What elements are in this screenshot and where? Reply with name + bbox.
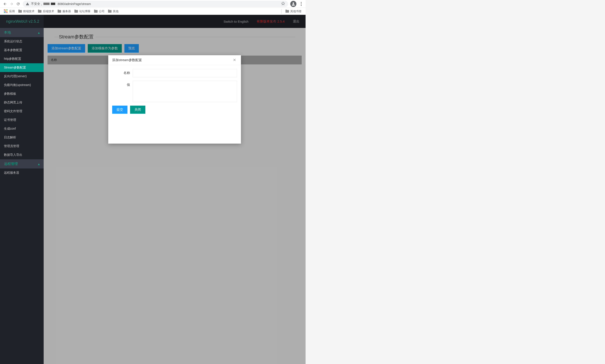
- folder-icon: [58, 10, 61, 13]
- forward-button[interactable]: [8, 1, 15, 7]
- label-name: 名称: [112, 69, 133, 77]
- sidebar-item-status[interactable]: 系统运行状态: [0, 37, 44, 46]
- chevron-up-icon: ▴: [38, 31, 40, 35]
- sidebar-item-stream[interactable]: Stream参数配置: [0, 63, 44, 72]
- other-bookmarks[interactable]: 其他书签: [285, 9, 302, 13]
- folder-icon: [18, 10, 22, 13]
- sidebar-item-server[interactable]: 反向代理(server): [0, 72, 44, 81]
- bookmark-folder[interactable]: 其他: [108, 9, 118, 13]
- folder-icon: [94, 10, 98, 13]
- modal-header: 添加stream参数配置 ✕: [108, 55, 241, 65]
- sidebar-group-remote[interactable]: 远程管理 ▴: [0, 159, 44, 169]
- bookmark-star-icon[interactable]: [281, 1, 285, 6]
- label-value: 值: [112, 81, 133, 102]
- bookmark-folder[interactable]: 论坛博客: [74, 9, 90, 13]
- bookmark-folder[interactable]: 前端技术: [18, 9, 35, 13]
- value-textarea[interactable]: [133, 81, 237, 102]
- url-suffix: 8080/adminPage/stream: [58, 2, 91, 6]
- modal-overlay[interactable]: 添加stream参数配置 ✕ 名称 值 提交 关闭: [44, 15, 306, 364]
- folder-icon: [38, 10, 41, 13]
- profile-avatar[interactable]: [290, 1, 296, 7]
- redacted-host: [43, 3, 50, 5]
- modal-title: 添加stream参数配置: [112, 58, 142, 62]
- folder-icon: [74, 10, 78, 13]
- apps-shortcut[interactable]: 应用: [4, 9, 15, 13]
- insecure-icon: [26, 2, 29, 6]
- sidebar-item-data[interactable]: 数据导入导出: [0, 151, 44, 159]
- bookmarks-bar: 应用 前端技术 后端技术 服务器 论坛博客 公司 其他 其他书签: [0, 8, 306, 15]
- redacted-host-2: [51, 3, 55, 5]
- sidebar-group-local[interactable]: 本地 ▴: [0, 28, 44, 37]
- apps-label: 应用: [9, 9, 15, 13]
- sidebar-item-cert[interactable]: 证书管理: [0, 116, 44, 124]
- content-area: Stream参数配置 添加stream参数配置 添加模板作为参数 预览 名称 添…: [44, 28, 306, 364]
- folder-icon: [285, 10, 289, 13]
- browser-menu-icon[interactable]: [298, 2, 304, 6]
- sidebar-item-http[interactable]: http参数配置: [0, 54, 44, 63]
- close-button[interactable]: 关闭: [130, 106, 145, 114]
- submit-button[interactable]: 提交: [112, 106, 128, 114]
- apps-grid-icon: [4, 9, 8, 13]
- insecure-label: 不安全: [31, 2, 40, 6]
- sidebar-item-log[interactable]: 日志解析: [0, 133, 44, 142]
- sidebar-item-remote-server[interactable]: 远程服务器: [0, 169, 44, 177]
- sidebar-item-upstream[interactable]: 负载均衡(upstream): [0, 81, 44, 90]
- chevron-up-icon: ▴: [38, 162, 40, 166]
- svg-point-0: [293, 2, 294, 4]
- url-bar[interactable]: 不安全 , 8080/adminPage/stream: [23, 1, 288, 7]
- back-button[interactable]: [2, 1, 8, 7]
- bookmark-folder[interactable]: 后端技术: [38, 9, 54, 13]
- sidebar-item-conf[interactable]: 生成conf: [0, 124, 44, 133]
- sidebar: 本地 ▴ 系统运行状态 基本参数配置 http参数配置 Stream参数配置 反…: [0, 28, 44, 364]
- close-icon[interactable]: ✕: [232, 57, 237, 63]
- sidebar-item-static[interactable]: 静态网页上传: [0, 98, 44, 107]
- folder-icon: [108, 10, 112, 13]
- bookmark-folder[interactable]: 服务器: [58, 9, 71, 13]
- name-input[interactable]: [133, 69, 237, 77]
- refresh-button[interactable]: [15, 1, 21, 7]
- brand-title: nginxWebUI v2.5.2: [6, 19, 39, 24]
- sidebar-item-template[interactable]: 参数模板: [0, 90, 44, 98]
- sidebar-item-basic[interactable]: 基本参数配置: [0, 46, 44, 54]
- bookmark-folder[interactable]: 公司: [94, 9, 104, 13]
- divider: [281, 9, 282, 13]
- browser-nav-bar: 不安全 , 8080/adminPage/stream: [0, 0, 306, 8]
- sidebar-item-admin[interactable]: 管理员管理: [0, 142, 44, 151]
- modal-dialog: 添加stream参数配置 ✕ 名称 值 提交 关闭: [108, 55, 241, 143]
- sidebar-item-password[interactable]: 密码文件管理: [0, 107, 44, 116]
